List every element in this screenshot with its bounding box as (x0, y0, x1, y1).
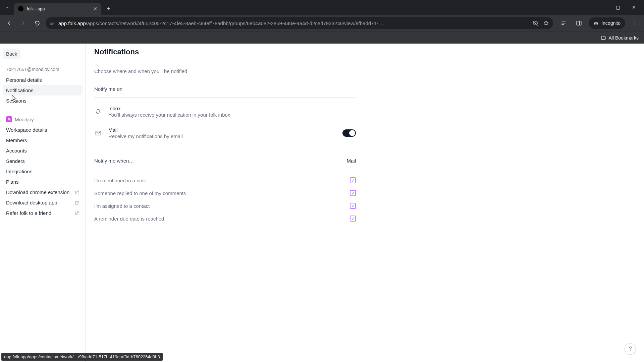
bookmarks-bar: | All Bookmarks (0, 32, 644, 44)
when-row-reminder: A reminder due date is reached ✓ (94, 212, 356, 225)
app-content: Back 7b217651@moodjoy.com Personal detai… (0, 44, 644, 362)
mail-checkbox[interactable]: ✓ (350, 190, 356, 196)
side-panel-icon[interactable] (573, 17, 585, 29)
when-row-mentioned: I'm mentioned in a note ✓ (94, 174, 356, 187)
when-row-replied: Someone replied to one of my comments ✓ (94, 187, 356, 199)
divider (94, 97, 356, 98)
sidebar-item-label: Accounts (6, 148, 27, 154)
sidebar-item-label: Plans (6, 179, 19, 185)
sidebar-item-label: Senders (6, 158, 25, 164)
sidebar-workspace-heading: M Moodjoy (3, 114, 83, 125)
sidebar-item-label: Workspace details (6, 127, 47, 133)
arrow-right-icon (20, 20, 26, 26)
incognito-chip[interactable]: Incognito (589, 17, 625, 29)
channel-mail-desc: Receive my notifications by email (108, 133, 183, 139)
question-icon: ? (629, 346, 632, 352)
page-header: Notifications (86, 44, 644, 60)
tab-strip: folk - app ✕ ＋ — ▢ ✕ (0, 0, 644, 15)
browser-chrome: folk - app ✕ ＋ — ▢ ✕ app.folk.app/apps/c… (0, 0, 644, 44)
minimize-icon[interactable]: — (597, 5, 606, 10)
notify-on-label: Notify me on (94, 86, 356, 92)
channel-inbox-title: Inbox (108, 106, 230, 111)
reload-icon (34, 20, 40, 26)
arrow-left-icon (6, 20, 12, 26)
tab-search-dropdown[interactable] (2, 2, 13, 13)
status-bar-link-preview: app.folk.app/apps/contacts/network/…/9fb… (1, 353, 163, 361)
sidebar-item-desktop-app[interactable]: Download desktop app (3, 197, 83, 208)
sidebar-item-senders[interactable]: Senders (3, 156, 83, 166)
sidebar-account-email: 7b217651@moodjoy.com (3, 65, 83, 73)
bell-icon (94, 108, 102, 116)
sidebar-item-sessions[interactable]: Sessions (3, 96, 83, 106)
settings-sidebar: Back 7b217651@moodjoy.com Personal detai… (0, 44, 86, 362)
workspace-name: Moodjoy (15, 117, 34, 122)
notify-when-label: Notify me when… (94, 158, 134, 164)
sidebar-item-chrome-extension[interactable]: Download chrome extension (3, 187, 83, 197)
sidebar-item-personal-details[interactable]: Personal details (3, 75, 83, 85)
svg-point-1 (635, 21, 635, 22)
eye-off-icon[interactable] (532, 20, 538, 26)
back-button[interactable] (3, 17, 15, 29)
sidebar-item-label: Integrations (6, 169, 32, 174)
mail-column-header: Mail (346, 158, 356, 164)
mail-toggle[interactable] (342, 129, 356, 137)
tab-favicon (18, 6, 23, 11)
sidebar-item-members[interactable]: Members (3, 135, 83, 145)
channel-mail-row: Mail Receive my notifications by email (94, 124, 356, 145)
sidebar-item-refer-friend[interactable]: Refer folk to a friend (3, 208, 83, 218)
forward-button[interactable] (17, 17, 29, 29)
channel-mail-title: Mail (108, 127, 183, 133)
kebab-menu-icon[interactable] (629, 17, 641, 29)
toolbar: app.folk.app/apps/contacts/network/4f652… (0, 15, 644, 32)
notify-when-list: I'm mentioned in a note ✓ Someone replie… (94, 174, 356, 225)
channel-inbox-desc: You'll always receive your notification … (108, 112, 230, 118)
new-tab-button[interactable]: ＋ (104, 4, 113, 13)
sidebar-item-label: Refer folk to a friend (6, 210, 51, 216)
mail-checkbox[interactable]: ✓ (350, 177, 356, 183)
sidebar-item-label: Download chrome extension (6, 189, 69, 195)
when-label: I'm assigned to a contact (94, 203, 150, 209)
main-panel: Notifications Choose where and when you'… (86, 44, 644, 362)
svg-rect-0 (577, 21, 581, 25)
incognito-label: Incognito (601, 20, 621, 26)
svg-point-3 (635, 24, 635, 25)
close-window-icon[interactable]: ✕ (629, 5, 639, 10)
toggle-knob (349, 130, 355, 136)
external-link-icon (74, 200, 79, 205)
mail-checkbox[interactable]: ✓ (350, 203, 356, 209)
help-button[interactable]: ? (625, 343, 636, 355)
divider (94, 169, 356, 169)
when-label: I'm mentioned in a note (94, 178, 146, 183)
site-info-icon[interactable] (50, 20, 55, 26)
mail-checkbox[interactable]: ✓ (350, 216, 356, 222)
when-label: A reminder due date is reached (94, 216, 164, 222)
sidebar-item-label: Members (6, 137, 27, 143)
browser-tab[interactable]: folk - app ✕ (14, 3, 101, 15)
sidebar-item-label: Notifications (6, 87, 34, 93)
sidebar-back-button[interactable]: Back (3, 49, 20, 59)
sidebar-item-label: Download desktop app (6, 200, 57, 205)
maximize-icon[interactable]: ▢ (613, 5, 623, 10)
channel-inbox-row: Inbox You'll always receive your notific… (94, 102, 356, 124)
sidebar-item-label: Personal details (6, 77, 42, 83)
sidebar-item-integrations[interactable]: Integrations (3, 166, 83, 177)
tab-title: folk - app (27, 6, 90, 11)
reload-button[interactable] (32, 17, 43, 29)
sidebar-item-notifications[interactable]: Notifications (3, 85, 83, 96)
svg-point-2 (635, 23, 635, 23)
page-title: Notifications (94, 48, 139, 56)
sidebar-item-accounts[interactable]: Accounts (3, 145, 83, 156)
sidebar-item-label: Sessions (6, 98, 26, 104)
sidebar-item-plans[interactable]: Plans (3, 177, 83, 187)
external-link-icon (74, 190, 79, 195)
all-bookmarks-button[interactable]: All Bookmarks (601, 35, 639, 41)
sidebar-item-workspace-details[interactable]: Workspace details (3, 125, 83, 135)
when-label: Someone replied to one of my comments (94, 190, 186, 196)
when-row-assigned: I'm assigned to a contact ✓ (94, 199, 356, 212)
page-subtitle: Choose where and when you'll be notified (94, 68, 356, 74)
star-icon[interactable] (543, 20, 549, 26)
address-bar[interactable]: app.folk.app/apps/contacts/network/4f652… (46, 17, 553, 29)
close-icon[interactable]: ✕ (93, 6, 97, 11)
extensions-icon[interactable] (558, 17, 569, 29)
chevron-down-icon (5, 5, 10, 10)
